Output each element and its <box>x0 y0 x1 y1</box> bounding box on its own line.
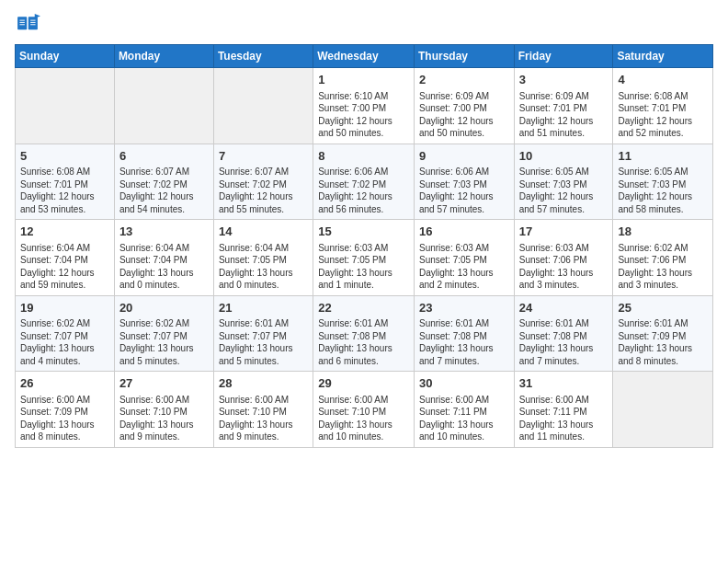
cell-info-text: Sunrise: 6:03 AM Sunset: 7:05 PM Dayligh… <box>419 242 509 292</box>
calendar-cell: 8Sunrise: 6:06 AM Sunset: 7:02 PM Daylig… <box>313 144 415 220</box>
cell-day-number: 9 <box>419 148 509 165</box>
col-thursday: Thursday <box>414 45 514 68</box>
cell-day-number: 16 <box>419 224 509 240</box>
cell-info-text: Sunrise: 6:02 AM Sunset: 7:06 PM Dayligh… <box>618 242 708 292</box>
calendar-week-row: 19Sunrise: 6:02 AM Sunset: 7:07 PM Dayli… <box>16 295 713 372</box>
cell-info-text: Sunrise: 6:00 AM Sunset: 7:09 PM Dayligh… <box>20 394 109 443</box>
calendar-cell: 10Sunrise: 6:05 AM Sunset: 7:03 PM Dayli… <box>514 144 613 220</box>
cell-info-text: Sunrise: 6:01 AM Sunset: 7:08 PM Dayligh… <box>519 317 609 367</box>
calendar-cell <box>114 68 213 144</box>
cell-day-number: 21 <box>219 300 308 316</box>
cell-info-text: Sunrise: 6:04 AM Sunset: 7:04 PM Dayligh… <box>20 242 109 292</box>
calendar-cell <box>16 68 115 144</box>
cell-day-number: 10 <box>519 148 609 165</box>
cell-day-number: 6 <box>119 148 209 165</box>
calendar-cell: 3Sunrise: 6:09 AM Sunset: 7:01 PM Daylig… <box>514 68 613 144</box>
cell-info-text: Sunrise: 6:01 AM Sunset: 7:08 PM Dayligh… <box>318 317 409 367</box>
cell-info-text: Sunrise: 6:08 AM Sunset: 7:01 PM Dayligh… <box>20 166 109 215</box>
cell-day-number: 25 <box>618 300 708 316</box>
calendar-cell: 25Sunrise: 6:01 AM Sunset: 7:09 PM Dayli… <box>613 295 713 372</box>
col-saturday: Saturday <box>613 45 713 68</box>
cell-day-number: 15 <box>318 224 409 240</box>
cell-info-text: Sunrise: 6:03 AM Sunset: 7:06 PM Dayligh… <box>519 242 609 292</box>
calendar-cell: 5Sunrise: 6:08 AM Sunset: 7:01 PM Daylig… <box>16 144 115 220</box>
cell-info-text: Sunrise: 6:05 AM Sunset: 7:03 PM Dayligh… <box>519 166 609 215</box>
calendar-week-row: 5Sunrise: 6:08 AM Sunset: 7:01 PM Daylig… <box>16 144 713 220</box>
calendar-cell: 17Sunrise: 6:03 AM Sunset: 7:06 PM Dayli… <box>514 220 613 296</box>
cell-info-text: Sunrise: 6:10 AM Sunset: 7:00 PM Dayligh… <box>318 90 409 140</box>
cell-info-text: Sunrise: 6:00 AM Sunset: 7:10 PM Dayligh… <box>318 394 409 443</box>
calendar-cell: 4Sunrise: 6:08 AM Sunset: 7:01 PM Daylig… <box>613 68 713 144</box>
calendar-cell: 7Sunrise: 6:07 AM Sunset: 7:02 PM Daylig… <box>213 144 313 220</box>
cell-day-number: 13 <box>119 224 209 240</box>
col-tuesday: Tuesday <box>213 45 313 68</box>
calendar-cell: 9Sunrise: 6:06 AM Sunset: 7:03 PM Daylig… <box>414 144 514 220</box>
calendar-cell: 1Sunrise: 6:10 AM Sunset: 7:00 PM Daylig… <box>313 68 415 144</box>
cell-info-text: Sunrise: 6:02 AM Sunset: 7:07 PM Dayligh… <box>119 317 209 367</box>
cell-info-text: Sunrise: 6:05 AM Sunset: 7:03 PM Dayligh… <box>618 166 708 215</box>
cell-day-number: 5 <box>20 148 109 165</box>
col-monday: Monday <box>114 45 213 68</box>
cell-day-number: 19 <box>20 300 109 316</box>
cell-day-number: 18 <box>618 224 708 240</box>
calendar-cell: 6Sunrise: 6:07 AM Sunset: 7:02 PM Daylig… <box>114 144 213 220</box>
logo <box>15 11 44 37</box>
cell-day-number: 24 <box>519 300 609 316</box>
cell-day-number: 27 <box>119 375 209 392</box>
cell-day-number: 7 <box>219 148 308 165</box>
calendar-cell: 29Sunrise: 6:00 AM Sunset: 7:10 PM Dayli… <box>313 372 415 448</box>
calendar-cell: 12Sunrise: 6:04 AM Sunset: 7:04 PM Dayli… <box>16 220 115 296</box>
calendar-cell: 22Sunrise: 6:01 AM Sunset: 7:08 PM Dayli… <box>313 295 415 372</box>
calendar-cell: 18Sunrise: 6:02 AM Sunset: 7:06 PM Dayli… <box>613 220 713 296</box>
calendar-cell: 26Sunrise: 6:00 AM Sunset: 7:09 PM Dayli… <box>16 372 115 448</box>
calendar-cell: 16Sunrise: 6:03 AM Sunset: 7:05 PM Dayli… <box>414 220 514 296</box>
cell-info-text: Sunrise: 6:06 AM Sunset: 7:03 PM Dayligh… <box>419 166 509 215</box>
cell-info-text: Sunrise: 6:07 AM Sunset: 7:02 PM Dayligh… <box>119 166 209 215</box>
calendar-cell <box>213 68 313 144</box>
calendar-week-row: 12Sunrise: 6:04 AM Sunset: 7:04 PM Dayli… <box>16 220 713 296</box>
cell-info-text: Sunrise: 6:00 AM Sunset: 7:11 PM Dayligh… <box>519 394 609 443</box>
cell-info-text: Sunrise: 6:01 AM Sunset: 7:07 PM Dayligh… <box>219 317 308 367</box>
calendar-week-row: 1Sunrise: 6:10 AM Sunset: 7:00 PM Daylig… <box>16 68 713 144</box>
calendar-cell: 2Sunrise: 6:09 AM Sunset: 7:00 PM Daylig… <box>414 68 514 144</box>
calendar-cell: 24Sunrise: 6:01 AM Sunset: 7:08 PM Dayli… <box>514 295 613 372</box>
header <box>15 11 713 37</box>
cell-info-text: Sunrise: 6:03 AM Sunset: 7:05 PM Dayligh… <box>318 242 409 292</box>
cell-day-number: 29 <box>318 375 409 392</box>
cell-day-number: 20 <box>119 300 209 316</box>
cell-day-number: 12 <box>20 224 109 240</box>
cell-day-number: 28 <box>219 375 308 392</box>
cell-info-text: Sunrise: 6:00 AM Sunset: 7:11 PM Dayligh… <box>419 394 509 443</box>
calendar-week-row: 26Sunrise: 6:00 AM Sunset: 7:09 PM Dayli… <box>16 372 713 448</box>
cell-day-number: 8 <box>318 148 409 165</box>
cell-day-number: 23 <box>419 300 509 316</box>
cell-info-text: Sunrise: 6:07 AM Sunset: 7:02 PM Dayligh… <box>219 166 308 215</box>
cell-info-text: Sunrise: 6:09 AM Sunset: 7:00 PM Dayligh… <box>419 90 509 140</box>
cell-day-number: 1 <box>318 72 409 88</box>
col-friday: Friday <box>514 45 613 68</box>
col-sunday: Sunday <box>16 45 115 68</box>
calendar-cell: 21Sunrise: 6:01 AM Sunset: 7:07 PM Dayli… <box>213 295 313 372</box>
page: Sunday Monday Tuesday Wednesday Thursday… <box>0 0 728 563</box>
calendar-cell <box>613 372 713 448</box>
calendar-cell: 30Sunrise: 6:00 AM Sunset: 7:11 PM Dayli… <box>414 372 514 448</box>
cell-day-number: 11 <box>618 148 708 165</box>
svg-rect-2 <box>28 17 38 29</box>
cell-day-number: 22 <box>318 300 409 316</box>
calendar-cell: 11Sunrise: 6:05 AM Sunset: 7:03 PM Dayli… <box>613 144 713 220</box>
cell-info-text: Sunrise: 6:02 AM Sunset: 7:07 PM Dayligh… <box>20 317 109 367</box>
calendar: Sunday Monday Tuesday Wednesday Thursday… <box>15 44 713 448</box>
calendar-cell: 23Sunrise: 6:01 AM Sunset: 7:08 PM Dayli… <box>414 295 514 372</box>
calendar-cell: 14Sunrise: 6:04 AM Sunset: 7:05 PM Dayli… <box>213 220 313 296</box>
cell-day-number: 17 <box>519 224 609 240</box>
cell-info-text: Sunrise: 6:04 AM Sunset: 7:05 PM Dayligh… <box>219 242 308 292</box>
calendar-header-row: Sunday Monday Tuesday Wednesday Thursday… <box>16 45 713 68</box>
calendar-cell: 19Sunrise: 6:02 AM Sunset: 7:07 PM Dayli… <box>16 295 115 372</box>
cell-info-text: Sunrise: 6:01 AM Sunset: 7:08 PM Dayligh… <box>419 317 509 367</box>
calendar-cell: 20Sunrise: 6:02 AM Sunset: 7:07 PM Dayli… <box>114 295 213 372</box>
cell-info-text: Sunrise: 6:08 AM Sunset: 7:01 PM Dayligh… <box>618 90 708 140</box>
cell-info-text: Sunrise: 6:00 AM Sunset: 7:10 PM Dayligh… <box>219 394 308 443</box>
cell-info-text: Sunrise: 6:06 AM Sunset: 7:02 PM Dayligh… <box>318 166 409 215</box>
cell-info-text: Sunrise: 6:04 AM Sunset: 7:04 PM Dayligh… <box>119 242 209 292</box>
cell-info-text: Sunrise: 6:09 AM Sunset: 7:01 PM Dayligh… <box>519 90 609 140</box>
